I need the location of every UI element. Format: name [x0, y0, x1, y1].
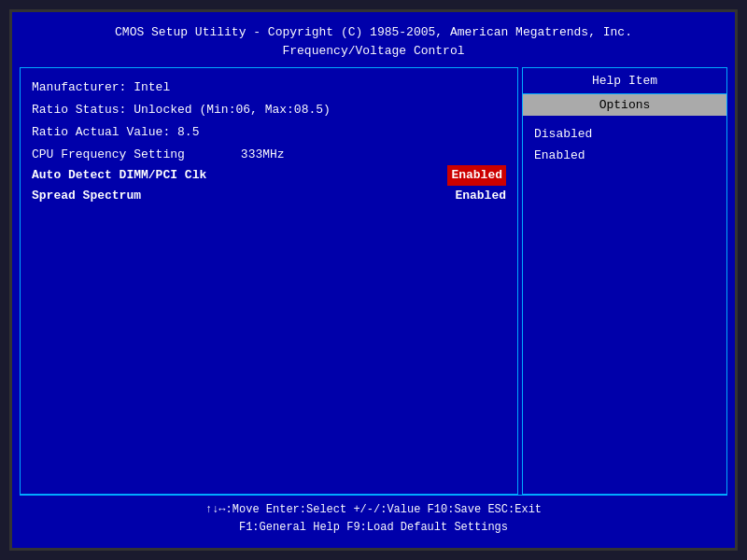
manufacturer-row: Manufacturer: Intel [32, 77, 506, 98]
auto-detect-label: Auto Detect DIMM/PCI Clk [32, 165, 206, 186]
spread-spectrum-label: Spread Spectrum [32, 186, 141, 206]
footer: ↑↓↔:Move Enter:Select +/-/:Value F10:Sav… [20, 495, 727, 540]
right-panel: Help Item Options Disabled Enabled [522, 67, 727, 495]
options-title: Options [523, 94, 726, 116]
cpu-freq-row: CPU Frequency Setting 333MHz [32, 145, 506, 165]
main-area: Manufacturer: Intel Ratio Status: Unlock… [20, 67, 727, 495]
footer-line1: ↑↓↔:Move Enter:Select +/-/:Value F10:Sav… [20, 501, 727, 519]
left-panel: Manufacturer: Intel Ratio Status: Unlock… [20, 67, 518, 495]
help-item-title: Help Item [523, 68, 726, 94]
option-disabled[interactable]: Disabled [534, 123, 715, 145]
bios-screen: CMOS Setup Utility - Copyright (C) 1985-… [9, 9, 738, 551]
header-line1: CMOS Setup Utility - Copyright (C) 1985-… [20, 23, 727, 42]
option-enabled[interactable]: Enabled [534, 145, 715, 166]
ratio-status-row: Ratio Status: Unlocked (Min:06, Max:08.5… [32, 100, 506, 120]
footer-line2: F1:General Help F9:Load Default Settings [20, 519, 727, 537]
spread-spectrum-row[interactable]: Spread Spectrum Enabled [32, 186, 506, 206]
auto-detect-row[interactable]: Auto Detect DIMM/PCI Clk Enabled [32, 165, 506, 186]
header: CMOS Setup Utility - Copyright (C) 1985-… [20, 20, 727, 67]
cpu-freq-label: CPU Frequency Setting [32, 145, 185, 165]
cpu-freq-value: 333MHz [241, 145, 285, 165]
options-list: Disabled Enabled [523, 116, 726, 175]
spread-spectrum-value: Enabled [455, 186, 506, 206]
ratio-actual-row: Ratio Actual Value: 8.5 [32, 122, 506, 143]
auto-detect-value: Enabled [447, 165, 506, 186]
header-line2: Frequency/Voltage Control [20, 42, 727, 61]
